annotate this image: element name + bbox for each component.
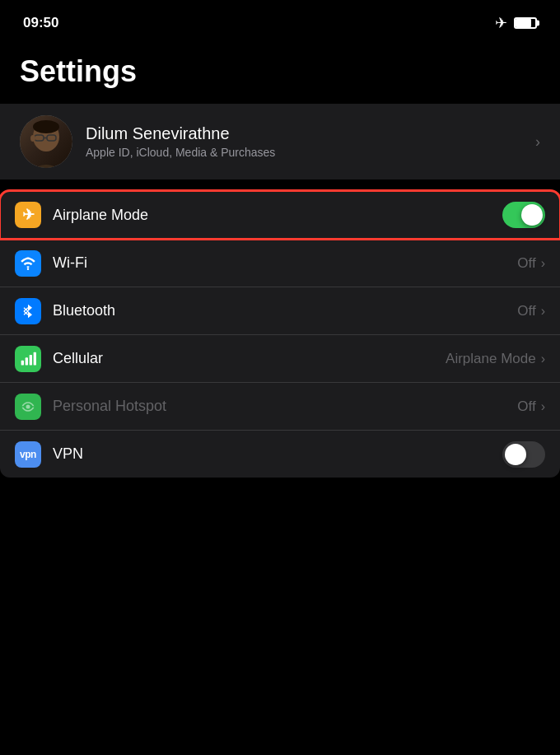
vpn-icon-text: vpn [20,449,36,460]
bluetooth-chevron: › [541,304,545,319]
bluetooth-icon [21,303,35,319]
page-title: Settings [0,41,560,104]
svg-point-7 [27,268,30,270]
cellular-value: Airplane Mode [446,351,536,367]
toggle-knob [521,204,543,226]
airplane-mode-label: Airplane Mode [53,207,502,224]
bluetooth-icon-bg [15,298,41,324]
settings-item-vpn[interactable]: vpn VPN [0,430,560,478]
settings-item-personal-hotspot[interactable]: Personal Hotspot Off › [0,382,560,430]
settings-item-wifi[interactable]: Wi-Fi Off › [0,239,560,287]
svg-rect-13 [34,352,36,365]
wifi-chevron: › [541,256,545,271]
vpn-toggle-knob [505,444,526,465]
wifi-value: Off [517,255,535,272]
airplane-mode-status-icon: ✈ [495,14,507,32]
hotspot-chevron: › [541,399,545,414]
vpn-icon-bg: vpn [15,441,41,468]
airplane-mode-icon-bg: ✈ [15,202,41,228]
airplane-icon: ✈ [22,206,35,224]
status-icons: ✈ [495,14,537,32]
bluetooth-label: Bluetooth [53,302,517,319]
profile-info: Dilum Senevirathne Apple ID, iCloud, Med… [86,124,529,159]
status-bar: 09:50 ✈ [0,0,560,41]
svg-point-0 [28,165,64,168]
hotspot-value: Off [517,398,535,415]
svg-point-6 [30,135,35,142]
cellular-icon [20,351,36,367]
wifi-icon-bg [15,250,41,277]
svg-rect-10 [21,360,24,365]
hotspot-label: Personal Hotspot [53,398,517,415]
vpn-toggle[interactable] [502,441,545,468]
settings-item-cellular[interactable]: Cellular Airplane Mode › [0,334,560,382]
svg-point-2 [33,120,59,133]
cellular-icon-bg [15,346,41,372]
settings-item-airplane-mode[interactable]: ✈ Airplane Mode [0,191,560,239]
svg-rect-11 [26,357,28,365]
airplane-mode-toggle[interactable] [502,202,545,228]
avatar-svg [20,115,72,168]
settings-section: ✈ Airplane Mode Wi-Fi Off › [0,191,560,478]
battery-fill [516,19,531,27]
vpn-label: VPN [53,445,502,463]
cellular-label: Cellular [53,350,446,367]
hotspot-icon-bg [15,394,41,420]
svg-rect-12 [30,355,32,366]
wifi-label: Wi-Fi [53,254,517,272]
hotspot-icon [20,398,36,415]
cellular-chevron: › [541,352,545,366]
status-time: 09:50 [23,15,58,31]
profile-subtitle: Apple ID, iCloud, Media & Purchases [86,146,529,159]
profile-row[interactable]: Dilum Senevirathne Apple ID, iCloud, Med… [0,104,560,179]
wifi-icon [20,255,36,272]
settings-item-bluetooth[interactable]: Bluetooth Off › [0,287,560,334]
profile-chevron: › [535,133,540,151]
battery-icon [514,17,537,29]
svg-point-14 [26,404,30,408]
avatar-image [20,115,72,168]
avatar [20,115,72,168]
profile-name: Dilum Senevirathne [86,124,529,143]
bluetooth-value: Off [517,303,535,319]
